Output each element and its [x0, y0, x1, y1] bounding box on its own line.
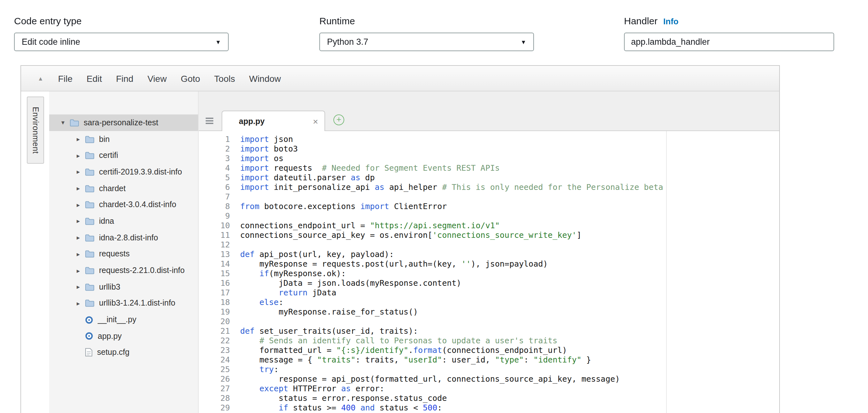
code-line[interactable]: if status >= 400 and status < 500:: [240, 403, 663, 412]
menu-edit[interactable]: Edit: [80, 73, 109, 83]
menu-view[interactable]: View: [141, 73, 174, 83]
line-number[interactable]: 13: [199, 249, 230, 259]
tree-folder-label: chardet: [99, 184, 125, 193]
tree-file[interactable]: app.py: [49, 328, 198, 344]
line-number-gutter[interactable]: 1234567891011121314151617181920212223242…: [199, 134, 238, 413]
menu-tools[interactable]: Tools: [207, 73, 242, 83]
code-line[interactable]: [240, 192, 663, 201]
line-number[interactable]: 5: [199, 173, 230, 182]
tree-folder-label: idna-2.8.dist-info: [99, 233, 158, 242]
line-number[interactable]: 17: [199, 288, 230, 297]
menu-find[interactable]: Find: [109, 73, 140, 83]
tree-folder[interactable]: ▸idna-2.8.dist-info: [49, 230, 198, 246]
line-number[interactable]: 14: [199, 259, 230, 268]
line-number[interactable]: 26: [199, 374, 230, 384]
code-area[interactable]: 1234567891011121314151617181920212223242…: [199, 131, 779, 413]
code-line[interactable]: message = { "traits": traits, "userId": …: [240, 355, 663, 364]
tree-root-label: sara-personalize-test: [84, 118, 158, 127]
folder-icon: [70, 119, 79, 126]
tree-folder-label: urllib3: [99, 282, 120, 291]
handler-input[interactable]: [624, 33, 834, 51]
code-line[interactable]: jData = json.loads(myResponse.content): [240, 278, 663, 288]
line-number[interactable]: 20: [199, 317, 230, 326]
line-number[interactable]: 27: [199, 384, 230, 393]
line-number[interactable]: 24: [199, 355, 230, 364]
close-tab-icon[interactable]: ×: [313, 116, 318, 126]
code-line[interactable]: myResponse.raise_for_status(): [240, 307, 663, 317]
line-number[interactable]: 25: [199, 364, 230, 374]
line-number[interactable]: 18: [199, 297, 230, 307]
code-line[interactable]: def set_user_traits(user_id, traits):: [240, 326, 663, 336]
tree-folder[interactable]: ▸urllib3-1.24.1.dist-info: [49, 295, 198, 311]
new-tab-button[interactable]: +: [333, 114, 344, 125]
tree-folder[interactable]: ▸urllib3: [49, 279, 198, 295]
code-line[interactable]: from botocore.exceptions import ClientEr…: [240, 201, 663, 211]
line-number[interactable]: 16: [199, 278, 230, 288]
line-number[interactable]: 1: [199, 134, 230, 144]
tab-app-py[interactable]: app.py ×: [222, 111, 325, 131]
tree-folder[interactable]: ▸idna: [49, 213, 198, 229]
code-line[interactable]: except HTTPError as error:: [240, 384, 663, 393]
menu-file[interactable]: File: [51, 73, 80, 83]
tree-folder[interactable]: ▸certifi: [49, 147, 198, 164]
tree-file[interactable]: __init__.py: [49, 312, 198, 328]
code-line[interactable]: else:: [240, 297, 663, 307]
line-number[interactable]: 3: [199, 153, 230, 163]
code-line[interactable]: status = error.response.status_code: [240, 393, 663, 403]
line-number[interactable]: 15: [199, 268, 230, 278]
runtime-select[interactable]: Python 3.7 ▼: [319, 33, 534, 51]
handler-info-link[interactable]: Info: [663, 17, 679, 26]
tab-list-icon[interactable]: [205, 116, 215, 125]
line-number[interactable]: 4: [199, 163, 230, 173]
line-number[interactable]: 10: [199, 220, 230, 230]
tree-folder[interactable]: ▸chardet-3.0.4.dist-info: [49, 197, 198, 213]
line-number[interactable]: 28: [199, 393, 230, 403]
menu-goto[interactable]: Goto: [174, 73, 207, 83]
code-line[interactable]: myResponse = requests.post(url,auth=(key…: [240, 259, 663, 268]
line-number[interactable]: 7: [199, 192, 230, 201]
tree-folder[interactable]: ▸requests-2.21.0.dist-info: [49, 262, 198, 278]
tree-folder[interactable]: ▸requests: [49, 246, 198, 262]
tree-file[interactable]: setup.cfg: [49, 344, 198, 361]
line-number[interactable]: 22: [199, 336, 230, 345]
collapse-editor-icon[interactable]: ▲: [38, 75, 43, 82]
code-line[interactable]: [240, 211, 663, 220]
code-line[interactable]: formatted_url = "{:s}/identify".format(c…: [240, 345, 663, 355]
code-line[interactable]: import json: [240, 134, 663, 144]
editor-main: app.py × + 12345678910111213141516171819…: [199, 91, 779, 413]
code-line[interactable]: try:: [240, 364, 663, 374]
code-line[interactable]: # Sends an identify call to Personas to …: [240, 336, 663, 345]
code-line[interactable]: connections_endpoint_url = "https://api.…: [240, 220, 663, 230]
code-line[interactable]: import os: [240, 153, 663, 163]
code-line[interactable]: response = api_post(formatted_url, conne…: [240, 374, 663, 384]
line-number[interactable]: 19: [199, 307, 230, 317]
code-line[interactable]: import requests # Needed for Segment Eve…: [240, 163, 663, 173]
code-entry-type-select[interactable]: Edit code inline ▼: [14, 33, 229, 51]
line-number[interactable]: 9: [199, 211, 230, 220]
code-line[interactable]: if(myResponse.ok):: [240, 268, 663, 278]
line-number[interactable]: 11: [199, 230, 230, 240]
line-number[interactable]: 12: [199, 240, 230, 249]
line-number[interactable]: 29: [199, 403, 230, 412]
code-line[interactable]: [240, 240, 663, 249]
line-number[interactable]: 23: [199, 345, 230, 355]
tree-folder[interactable]: ▸bin: [49, 131, 198, 147]
code-line[interactable]: connections_source_api_key = os.environ[…: [240, 230, 663, 240]
line-number[interactable]: 6: [199, 182, 230, 192]
line-number[interactable]: 8: [199, 201, 230, 211]
chevron-expanded-icon: ▾: [61, 119, 70, 126]
tree-root-folder[interactable]: ▾ sara-personalize-test: [49, 114, 198, 131]
tree-folder[interactable]: ▸certifi-2019.3.9.dist-info: [49, 164, 198, 180]
line-number[interactable]: 21: [199, 326, 230, 336]
code-content[interactable]: import jsonimport boto3import osimport r…: [238, 134, 663, 413]
menu-window[interactable]: Window: [242, 73, 288, 83]
code-line[interactable]: import dateutil.parser as dp: [240, 173, 663, 182]
code-line[interactable]: [240, 317, 663, 326]
code-line[interactable]: return jData: [240, 288, 663, 297]
tree-folder[interactable]: ▸chardet: [49, 180, 198, 197]
code-line[interactable]: def api_post(url, key, payload):: [240, 249, 663, 259]
code-line[interactable]: import boto3: [240, 144, 663, 153]
code-line[interactable]: import init_personalize_api as api_helpe…: [240, 182, 663, 192]
environment-tab[interactable]: Environment: [27, 96, 44, 164]
line-number[interactable]: 2: [199, 144, 230, 153]
